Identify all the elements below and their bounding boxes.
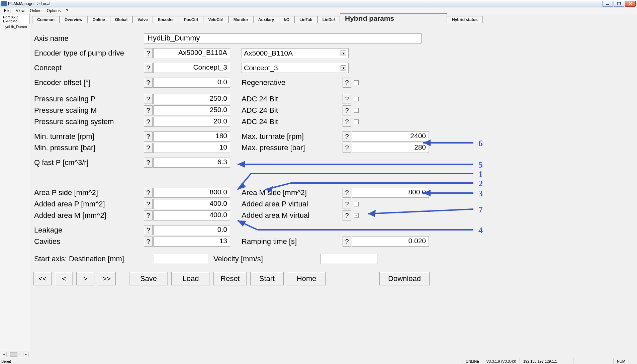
help-added-m-virt[interactable]: ? [343, 210, 351, 220]
reset-button[interactable]: Reset [213, 272, 247, 285]
help-area-p[interactable]: ? [144, 188, 153, 198]
help-cavities[interactable]: ? [144, 237, 153, 247]
added-m-input[interactable]: 400.0 [153, 210, 230, 220]
help-max-turn[interactable]: ? [343, 131, 351, 142]
help-min-turn[interactable]: ? [144, 131, 153, 142]
tab-posctrl[interactable]: PosCtrl [179, 16, 203, 23]
help-min-press[interactable]: ? [144, 143, 153, 153]
nav-prev-button[interactable]: < [55, 272, 73, 285]
start-axis-input[interactable] [154, 254, 208, 264]
encoder-offset-input[interactable]: 0.0 [153, 78, 230, 88]
scroll-right-icon[interactable]: ► [23, 352, 29, 357]
close-button[interactable] [625, 1, 636, 7]
help-max-press[interactable]: ? [343, 143, 351, 153]
tab-overview[interactable]: Overview [60, 16, 87, 23]
label-cavities: Cavities [33, 237, 144, 246]
help-ramping[interactable]: ? [343, 237, 351, 247]
area-p-input[interactable]: 800.0 [153, 188, 230, 198]
added-p-input[interactable]: 400.0 [153, 199, 230, 209]
side-scrollbar[interactable]: ◄ ► [1, 352, 29, 357]
min-turn-input[interactable]: 180 [153, 131, 230, 142]
menu-help[interactable]: ? [63, 8, 71, 14]
help-adc-sys[interactable]: ? [343, 117, 351, 127]
menu-options[interactable]: Options [44, 8, 63, 14]
label-pssys: Pressure scaling system [33, 117, 144, 126]
help-psp[interactable]: ? [144, 94, 153, 104]
help-added-p-virt[interactable]: ? [343, 199, 351, 209]
menu-view[interactable]: View [13, 8, 27, 14]
nav-last-button[interactable]: >> [98, 272, 116, 285]
tab-online[interactable]: Online [87, 16, 110, 23]
regenerative-checkbox[interactable] [354, 80, 359, 85]
tab-lindef[interactable]: LinDef [317, 16, 340, 23]
adc-sys-checkbox[interactable] [354, 119, 359, 124]
maximize-button[interactable] [614, 1, 624, 7]
tab-hybrid-status[interactable]: Hybrid status [447, 16, 483, 23]
home-button[interactable]: Home [287, 272, 326, 285]
label-adc-m: ADC 24 Bit [242, 106, 343, 115]
help-adc-p[interactable]: ? [343, 94, 351, 104]
area-m-input[interactable]: 800.0 [352, 188, 429, 198]
side-tab[interactable]: Port 851: BkPlcMc [1, 14, 30, 24]
scroll-left-icon[interactable]: ◄ [1, 352, 7, 357]
help-added-p[interactable]: ? [144, 199, 153, 209]
download-button[interactable]: Download [379, 272, 430, 285]
side-item[interactable]: HydLib_Dumm [0, 24, 30, 29]
tab-strip: Common Overview Online Global Valve Enco… [32, 15, 637, 23]
axis-name-input[interactable]: HydLib_Dummy [144, 33, 422, 43]
tab-auxilary[interactable]: Auxilary [253, 16, 279, 23]
help-area-m[interactable]: ? [343, 188, 351, 198]
menu-file[interactable]: File [1, 8, 13, 14]
max-turn-input[interactable]: 2400 [352, 131, 429, 142]
help-encoder-offset[interactable]: ? [144, 78, 153, 88]
cavities-input[interactable]: 13 [153, 237, 230, 247]
tab-lintab[interactable]: LinTab [294, 16, 317, 23]
label-regenerative: Regenerative [242, 78, 343, 87]
tab-monitor[interactable]: Monitor [229, 16, 253, 23]
tab-global[interactable]: Global [110, 16, 132, 23]
nav-next-button[interactable]: > [76, 272, 94, 285]
minimize-button[interactable] [602, 1, 613, 7]
help-psm[interactable]: ? [144, 105, 153, 115]
concept-input[interactable]: Concept_3 [153, 63, 230, 73]
tab-valve[interactable]: Valve [132, 16, 153, 23]
menu-online[interactable]: Online [27, 8, 44, 14]
ramping-input[interactable]: 0.020 [352, 237, 429, 247]
concept-select[interactable]: Concept_3▾ [242, 63, 349, 73]
tab-veloctrl[interactable]: VeloCtrl [203, 16, 228, 23]
qfast-input[interactable]: 6.3 [153, 158, 230, 168]
adc-p-checkbox[interactable] [354, 97, 359, 101]
tab-io[interactable]: I/O [279, 16, 294, 23]
save-button[interactable]: Save [129, 272, 168, 285]
leakage-input[interactable]: 0.0 [153, 225, 230, 235]
help-regenerative[interactable]: ? [343, 78, 351, 88]
encoder-type-input[interactable]: Ax5000_B110A [153, 48, 230, 58]
added-p-virt-checkbox[interactable] [354, 202, 359, 206]
help-qfast[interactable]: ? [144, 158, 153, 168]
encoder-type-select[interactable]: Ax5000_B110A▾ [242, 48, 349, 58]
start-button[interactable]: Start [250, 272, 284, 285]
tab-hybrid-params[interactable]: Hybrid params [340, 13, 447, 23]
max-press-input[interactable]: 280 [352, 143, 429, 153]
min-press-input[interactable]: 10 [153, 143, 230, 153]
velocity-input[interactable] [321, 254, 377, 264]
help-concept[interactable]: ? [144, 63, 153, 73]
tab-common[interactable]: Common [32, 16, 60, 23]
help-adc-m[interactable]: ? [343, 105, 351, 115]
help-pssys[interactable]: ? [144, 117, 153, 127]
pssys-input[interactable]: 20.0 [153, 117, 230, 127]
load-button[interactable]: Load [171, 272, 210, 285]
label-psm: Pressure scaling M [33, 106, 144, 115]
help-leakage[interactable]: ? [144, 225, 153, 235]
tab-encoder[interactable]: Encoder [153, 16, 179, 23]
help-encoder-type[interactable]: ? [144, 48, 153, 58]
added-m-virt-checkbox[interactable]: ✓ [354, 213, 359, 218]
label-min-press: Min. pressure [bar] [33, 144, 144, 152]
help-added-m[interactable]: ? [144, 210, 153, 220]
psp-input[interactable]: 250.0 [153, 94, 230, 104]
psm-input[interactable]: 250.0 [153, 105, 230, 115]
label-concept: Concept [33, 64, 144, 72]
adc-m-checkbox[interactable] [354, 108, 359, 113]
scroll-thumb[interactable] [10, 352, 17, 357]
nav-first-button[interactable]: << [33, 272, 52, 285]
